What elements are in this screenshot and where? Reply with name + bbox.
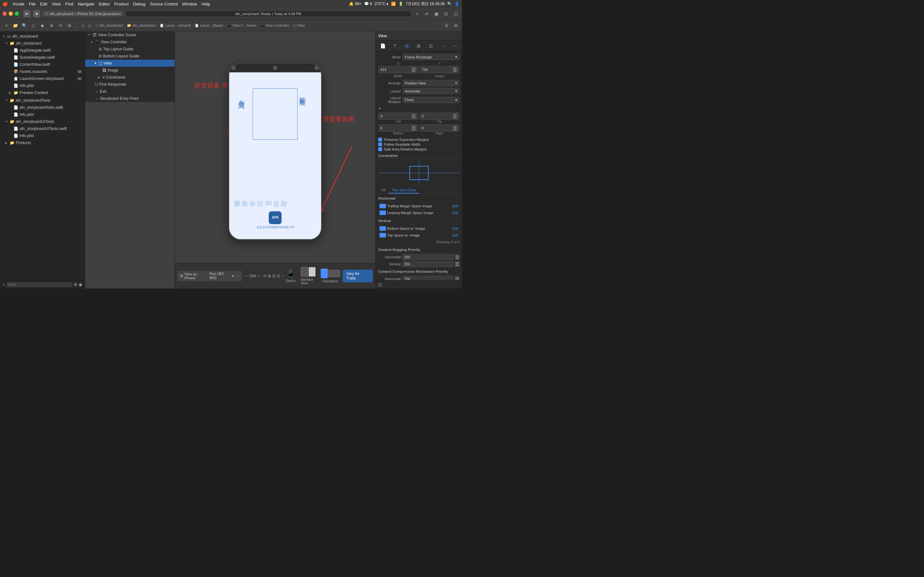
plus-button[interactable]: + [378, 106, 381, 111]
more-btn[interactable]: ⊞ [452, 22, 460, 29]
h-priority-stepper[interactable]: ▲ ▼ [455, 255, 460, 259]
tree-tests-plist[interactable]: 📄 Info.plist [0, 111, 85, 118]
file-inspector-btn[interactable]: 📄 [379, 41, 387, 50]
readable-checkbox[interactable] [378, 142, 382, 146]
device-picker[interactable]: 📱 Device [286, 269, 296, 283]
right-resize-icon[interactable]: ⊡ [378, 282, 382, 287]
menu-find[interactable]: Find [65, 2, 73, 6]
bc-file2[interactable]: 📋 Launc...(Base) [195, 23, 223, 27]
connections-inspector-btn[interactable]: → [438, 41, 447, 50]
bottom-stepper[interactable]: ▲ ▼ [411, 126, 416, 131]
scene-image[interactable]: 🖼 Image [85, 67, 175, 74]
top-stepper[interactable]: ▲ ▼ [453, 114, 457, 119]
menu-debug[interactable]: Debug [133, 2, 145, 6]
right-field[interactable]: 0 ▲ ▼ [419, 124, 460, 132]
vary-for-traits-button[interactable]: Vary for Traits [343, 269, 373, 282]
scene-view[interactable]: ▼ ▢ View [85, 60, 175, 67]
stop-button[interactable]: ■ [33, 10, 40, 17]
scheme-selector[interactable]: ⬡ afn_storyboard › iPhone SE (2nd genera… [43, 11, 123, 16]
history-icon[interactable]: ⟲ [56, 22, 64, 29]
tree-tests-group[interactable]: ▼ 📁 afn_storyboardTests [0, 97, 85, 104]
leading-edit-button[interactable]: Edit [452, 211, 458, 215]
v-priority-stepper[interactable]: ▲ ▼ [455, 261, 460, 267]
tree-launch-screen[interactable]: 📋 LaunchScreen.storyboard M [0, 75, 85, 82]
tree-group-main[interactable]: ▼ 📁 afn_storyboard [0, 40, 85, 47]
menu-navigate[interactable]: Navigate [78, 2, 94, 6]
bottom-edit-button[interactable]: Edit [452, 227, 458, 230]
y-up[interactable]: ▲ [453, 67, 457, 69]
filter-input[interactable] [6, 282, 73, 287]
tree-uitests-group[interactable]: ▼ 📁 afn_storyboardUITests [0, 118, 85, 125]
bottom-field[interactable]: 0 ▲ ▼ [378, 124, 418, 132]
comp-h-value[interactable]: 750 [402, 276, 454, 280]
menu-editor[interactable]: Editor [99, 2, 110, 6]
add-file-button[interactable]: + [3, 282, 5, 287]
attributes-inspector-btn[interactable]: ⊞ [414, 41, 423, 50]
maximize-button[interactable] [15, 11, 19, 16]
tree-products[interactable]: ▶ 📁 Products [0, 139, 85, 146]
search-icon[interactable]: 🔍 [447, 2, 452, 6]
tree-preview-content[interactable]: ▶ 📁 Preview Content [0, 89, 85, 96]
menu-window[interactable]: Window [182, 2, 197, 6]
scene-top-layout[interactable]: ⊟ Top Layout Guide [85, 45, 175, 53]
run-button[interactable]: ▶ [23, 10, 31, 17]
bc-scene[interactable]: 📱 View C...Scene [227, 23, 256, 27]
layout-dropdown[interactable]: Automatic ▾ [403, 88, 460, 94]
diff-icon[interactable]: ⊕ [47, 22, 55, 29]
filter-active-button[interactable]: ◉ [79, 282, 82, 287]
interface-style-picker[interactable]: Interface Style [301, 267, 316, 285]
search-toolbar-icon[interactable]: 🔍 [21, 22, 28, 29]
tree-info-plist[interactable]: 📄 Info.plist [0, 82, 85, 89]
safe-area-checkbox[interactable] [378, 147, 382, 151]
sidebar-toggle[interactable]: ≡ [3, 22, 10, 29]
layout-btn3[interactable]: ⊟ [442, 10, 450, 18]
close-button[interactable] [3, 11, 7, 16]
tree-uitests-plist[interactable]: 📄 Info.plist [0, 132, 85, 139]
top-field[interactable]: 0 ▲ ▼ [419, 113, 460, 120]
refresh-icon[interactable]: ⟳ [263, 274, 266, 278]
layout-btn2[interactable]: ▣ [432, 10, 440, 18]
v-priority-value[interactable]: 250 [402, 261, 454, 267]
bc-vc[interactable]: 📱 View Controller [260, 23, 289, 27]
right-stepper[interactable]: ▲ ▼ [453, 126, 457, 131]
tree-scene-delegate[interactable]: 📄 SceneDelegate.swift [0, 54, 85, 61]
menu-help[interactable]: Help [202, 2, 210, 6]
bc-view[interactable]: ▢ View [293, 23, 305, 27]
bc-group1[interactable]: 📁 afn_storyboard [127, 23, 156, 27]
tree-content-view[interactable]: 📄 ContentView.swift [0, 61, 85, 68]
tree-tests-swift[interactable]: 📄 afn_storyboardTests.swift [0, 104, 85, 111]
back-button[interactable]: ◁ [79, 22, 86, 29]
show-dropdown[interactable]: Frame Rectangle ▾ [403, 54, 460, 60]
user-icon[interactable]: 👤 [455, 2, 460, 6]
bookmark-icon[interactable]: ⊞ [66, 22, 73, 29]
tree-assets[interactable]: 📦 Assets.xcassets M [0, 68, 85, 75]
view-as-selector[interactable]: ⊞ View as: iPhone Plus (⌘C ⌘R) ▸ → [177, 271, 242, 281]
menu-xcode[interactable]: Xcode [13, 2, 24, 6]
scene-view-controller-scene[interactable]: ▼ 🎬 View Controller Scene [85, 31, 175, 39]
tab-all[interactable]: All [378, 187, 389, 193]
zoom-out-button[interactable]: − [246, 274, 248, 278]
tree-uitests-swift[interactable]: 📄 afn_storyboardUITests.swift [0, 125, 85, 132]
x-field[interactable]: 414 ▲ ▼ [378, 66, 418, 73]
more-inspector-btn[interactable]: ⋯ [450, 41, 459, 50]
menu-product[interactable]: Product [114, 2, 129, 6]
size-inspector-btn[interactable]: ⊡ [426, 41, 435, 50]
export-icon[interactable]: ↑ [281, 274, 283, 278]
left-stepper[interactable]: ▲ ▼ [411, 114, 416, 119]
y-down[interactable]: ▼ [453, 69, 457, 72]
scene-first-responder[interactable]: ⬡ First Responder [85, 81, 175, 88]
filter-options-button[interactable]: ⊞ [74, 282, 77, 287]
canvas[interactable]: 改变设备 查看效果 → 改变模式查看效果 横竖屏查看效果 有空间 [175, 31, 375, 288]
scene-constraints[interactable]: ▶ ≡ Constraints [85, 74, 175, 81]
breakpoint-icon[interactable]: ◆ [39, 22, 46, 29]
orientation-picker[interactable]: Orientation [321, 269, 340, 283]
scene-bottom-layout[interactable]: ⊟ Bottom Layout Guide [85, 53, 175, 60]
quick-help-btn[interactable]: ? [390, 41, 399, 50]
y-field[interactable]: 736 ▲ ▼ [419, 66, 460, 73]
layout-btn1[interactable]: ⇄ [423, 10, 431, 18]
comp-h-stepper[interactable]: ▲ ▼ [455, 276, 460, 280]
tree-root[interactable]: ▼ 🗂 afn_storyboard [0, 33, 85, 40]
scene-view-controller[interactable]: ▼ 📱 View Controller [85, 39, 175, 45]
arrange-dropdown[interactable]: Position View ▾ [403, 80, 460, 86]
forward-button[interactable]: ▷ [86, 22, 94, 29]
